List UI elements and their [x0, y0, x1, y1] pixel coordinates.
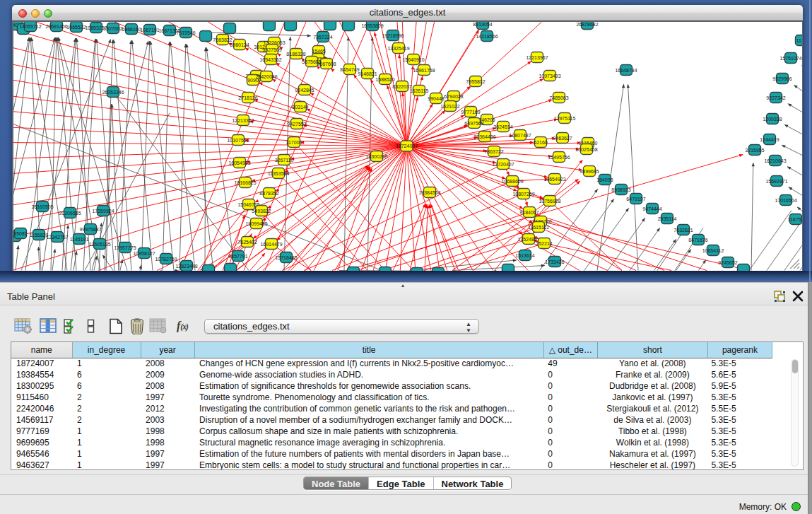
svg-text:18724007: 18724007: [396, 144, 418, 148]
svg-text:16953809: 16953809: [361, 23, 383, 28]
svg-text:7485063: 7485063: [549, 95, 568, 100]
svg-text:9245652: 9245652: [718, 260, 737, 265]
svg-text:16648784: 16648784: [615, 68, 637, 73]
svg-text:9777169: 9777169: [461, 110, 480, 115]
svg-text:26160505: 26160505: [31, 204, 53, 209]
svg-text:7357224: 7357224: [313, 35, 332, 40]
svg-text:6966160: 6966160: [122, 27, 141, 32]
svg-text:3624514: 3624514: [493, 124, 512, 129]
svg-text:10025458: 10025458: [575, 147, 597, 152]
svg-text:6794028: 6794028: [444, 94, 463, 99]
svg-text:12213967: 12213967: [526, 55, 548, 60]
svg-text:9242845: 9242845: [295, 88, 314, 93]
svg-text:8878352: 8878352: [259, 191, 278, 196]
svg-text:1244419: 1244419: [760, 137, 779, 142]
svg-text:7955812: 7955812: [466, 79, 485, 84]
svg-text:15692971: 15692971: [765, 179, 787, 184]
svg-text:1527602: 1527602: [103, 26, 122, 31]
svg-text:9463627: 9463627: [553, 136, 572, 141]
svg-text:990448: 990448: [428, 96, 444, 101]
svg-text:8938923: 8938923: [611, 187, 630, 192]
svg-text:12342757: 12342757: [46, 235, 68, 240]
svg-text:116753: 116753: [788, 217, 802, 222]
svg-text:164095: 164095: [596, 177, 613, 182]
svg-text:15465: 15465: [312, 49, 326, 54]
svg-text:7632621: 7632621: [673, 228, 693, 233]
svg-text:803144: 803144: [292, 105, 308, 110]
svg-text:62160: 62160: [534, 140, 548, 145]
svg-text:10756928: 10756928: [539, 199, 560, 204]
svg-text:1626115: 1626115: [410, 88, 429, 93]
svg-text:9327509: 9327509: [262, 47, 281, 52]
svg-text:17359924: 17359924: [92, 209, 114, 214]
svg-text:18300295: 18300295: [365, 154, 387, 159]
svg-text:8322037: 8322037: [392, 84, 411, 89]
svg-text:20691406: 20691406: [45, 24, 67, 29]
svg-text:1112: 1112: [796, 38, 802, 43]
svg-text:10973493: 10973493: [539, 74, 560, 78]
svg-text:7515546: 7515546: [176, 30, 195, 35]
svg-text:252214: 252214: [536, 241, 552, 246]
svg-text:1513614: 1513614: [515, 253, 534, 258]
svg-text:20206555: 20206555: [59, 211, 81, 216]
svg-text:2718126: 2718126: [238, 95, 257, 100]
svg-text:5875685: 5875685: [302, 59, 321, 64]
svg-text:8813054: 8813054: [473, 22, 492, 27]
svg-text:15751074: 15751074: [779, 56, 801, 61]
svg-text:14218566: 14218566: [476, 34, 498, 39]
svg-text:9227342: 9227342: [766, 95, 785, 100]
svg-text:9184067: 9184067: [519, 210, 539, 215]
svg-text:10782759: 10782759: [155, 257, 177, 262]
svg-text:19166825: 19166825: [234, 180, 256, 185]
svg-text:1621022: 1621022: [440, 104, 459, 109]
svg-text:11615112: 11615112: [528, 225, 549, 230]
svg-text:19218596: 19218596: [382, 33, 404, 38]
svg-text:9146821: 9146821: [358, 71, 377, 76]
svg-text:9457791: 9457791: [228, 254, 247, 259]
svg-text:99975887: 99975887: [79, 227, 101, 232]
svg-text:1209338: 1209338: [763, 117, 782, 122]
svg-text:15495756: 15495756: [548, 155, 570, 160]
svg-text:7625402: 7625402: [237, 240, 257, 245]
svg-text:16210643: 16210643: [764, 158, 786, 163]
svg-text:18807269: 18807269: [512, 192, 534, 197]
svg-text:7863722: 7863722: [484, 149, 503, 154]
svg-text:9427552: 9427552: [287, 122, 306, 127]
svg-text:3267110: 3267110: [275, 158, 294, 163]
svg-text:10807487: 10807487: [509, 133, 531, 138]
svg-text:117006: 117006: [286, 140, 302, 145]
svg-text:19384554: 19384554: [418, 190, 440, 195]
svg-text:1067191: 1067191: [140, 28, 159, 33]
svg-text:8186328: 8186328: [286, 52, 305, 57]
svg-text:19654923: 19654923: [543, 177, 565, 182]
svg-text:26053346: 26053346: [102, 90, 124, 95]
svg-text:6479197: 6479197: [626, 197, 645, 201]
svg-text:26878682: 26878682: [576, 22, 598, 27]
svg-text:15716485: 15716485: [275, 255, 297, 260]
svg-text:10688609: 10688609: [501, 179, 523, 184]
svg-text:3960124: 3960124: [230, 42, 249, 47]
svg-text:12505135: 12505135: [88, 242, 110, 247]
svg-text:16914479: 16914479: [260, 242, 282, 247]
svg-text:15640910: 15640910: [402, 57, 424, 62]
svg-text:9899695: 9899695: [579, 169, 599, 174]
svg-text:23420046: 23420046: [255, 74, 277, 79]
svg-text:12975115: 12975115: [554, 116, 576, 121]
svg-text:2935114: 2935114: [658, 216, 677, 221]
svg-text:13325419: 13325419: [387, 46, 409, 51]
svg-text:10958127: 10958127: [133, 251, 155, 256]
svg-text:6497568: 6497568: [464, 121, 483, 126]
svg-text:16054983: 16054983: [228, 160, 250, 165]
svg-text:11353584: 11353584: [268, 171, 290, 176]
svg-text:12823448: 12823448: [175, 264, 197, 269]
svg-text:9474444: 9474444: [642, 206, 661, 211]
svg-text:14055712: 14055712: [19, 24, 41, 29]
svg-text:95081: 95081: [13, 231, 28, 236]
svg-text:16543362: 16543362: [259, 57, 281, 62]
svg-text:3215955: 3215955: [745, 148, 764, 153]
svg-text:10654112: 10654112: [702, 248, 724, 253]
svg-text:5493822: 5493822: [252, 209, 271, 214]
svg-text:1588520: 1588520: [375, 77, 394, 82]
svg-text:7663822: 7663822: [213, 37, 232, 42]
svg-text:16961758: 16961758: [413, 68, 435, 73]
